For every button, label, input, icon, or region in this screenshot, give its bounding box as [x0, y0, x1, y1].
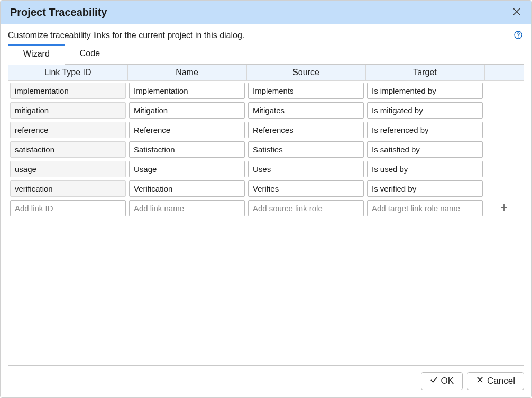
ok-button[interactable]: OK	[421, 372, 463, 390]
link-target-cell[interactable]: Is satisfied by	[367, 141, 483, 158]
help-button[interactable]	[513, 31, 523, 40]
x-icon	[476, 376, 484, 386]
link-source-cell[interactable]: Implements	[248, 83, 364, 99]
tabs: WizardCode	[8, 44, 524, 64]
link-id-cell[interactable]: verification	[10, 180, 126, 197]
table-row: verificationVerificationVerifiesIs verif…	[8, 179, 524, 198]
cancel-button[interactable]: Cancel	[467, 372, 524, 390]
dialog-titlebar: Project Traceability	[1, 1, 531, 24]
link-id-cell[interactable]: reference	[10, 122, 126, 138]
table-row: referenceReferenceReferencesIs reference…	[8, 120, 524, 140]
add-link-source-input[interactable]	[248, 200, 364, 216]
link-name-cell[interactable]: Reference	[129, 122, 245, 138]
col-header-source[interactable]: Source	[246, 65, 365, 81]
col-header-actions	[484, 65, 524, 81]
link-name-cell[interactable]: Usage	[129, 161, 245, 177]
link-source-cell[interactable]: Mitigates	[248, 102, 364, 119]
link-target-cell[interactable]: Is referenced by	[367, 122, 483, 138]
help-icon	[514, 31, 522, 41]
link-source-cell[interactable]: References	[248, 122, 364, 138]
dialog-title: Project Traceability	[10, 6, 107, 19]
link-name-cell[interactable]: Mitigation	[129, 102, 245, 119]
add-row-button[interactable]	[497, 202, 511, 215]
plus-icon	[500, 203, 508, 213]
link-id-cell[interactable]: implementation	[10, 83, 126, 99]
check-icon	[430, 376, 438, 386]
tab-wizard[interactable]: Wizard	[8, 44, 65, 65]
table-add-row	[8, 198, 524, 218]
link-target-cell[interactable]: Is verified by	[367, 180, 483, 197]
col-header-name[interactable]: Name	[127, 65, 246, 81]
svg-point-1	[518, 36, 519, 37]
cancel-button-label: Cancel	[487, 376, 515, 386]
link-types-table: Link Type ID Name Source Target implemen…	[8, 65, 524, 218]
table-row: usageUsageUsesIs used by	[8, 159, 524, 179]
link-id-cell[interactable]: mitigation	[10, 102, 126, 119]
table-panel: Link Type ID Name Source Target implemen…	[8, 64, 524, 366]
link-id-cell[interactable]: satisfaction	[10, 141, 126, 158]
tab-code[interactable]: Code	[65, 44, 115, 64]
add-link-name-input[interactable]	[129, 200, 245, 216]
ok-button-label: OK	[441, 376, 454, 386]
table-row: satisfactionSatisfactionSatisfiesIs sati…	[8, 140, 524, 159]
add-link-target-input[interactable]	[367, 200, 483, 216]
link-target-cell[interactable]: Is mitigated by	[367, 102, 483, 119]
link-name-cell[interactable]: Implementation	[129, 83, 245, 99]
link-source-cell[interactable]: Verifies	[248, 180, 364, 197]
link-name-cell[interactable]: Satisfaction	[129, 141, 245, 158]
close-icon	[512, 7, 521, 17]
link-name-cell[interactable]: Verification	[129, 180, 245, 197]
link-source-cell[interactable]: Satisfies	[248, 141, 364, 158]
dialog-footer: OK Cancel	[1, 372, 531, 397]
dialog-description: Customize traceability links for the cur…	[8, 31, 244, 40]
add-link-id-input[interactable]	[10, 200, 126, 216]
col-header-target[interactable]: Target	[365, 65, 484, 81]
link-id-cell[interactable]: usage	[10, 161, 126, 177]
close-button[interactable]	[510, 6, 523, 19]
table-header-row: Link Type ID Name Source Target	[8, 65, 524, 81]
table-row: mitigationMitigationMitigatesIs mitigate…	[8, 101, 524, 120]
dialog-subheader: Customize traceability links for the cur…	[1, 24, 531, 42]
link-target-cell[interactable]: Is implemented by	[367, 83, 483, 99]
table-row: implementationImplementationImplementsIs…	[8, 81, 524, 101]
link-source-cell[interactable]: Uses	[248, 161, 364, 177]
col-header-id[interactable]: Link Type ID	[8, 65, 127, 81]
link-target-cell[interactable]: Is used by	[367, 161, 483, 177]
